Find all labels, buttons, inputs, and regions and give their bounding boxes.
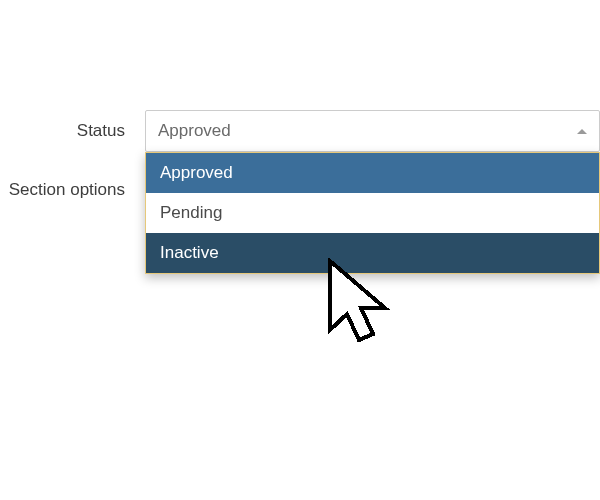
caret-up-icon <box>577 129 587 134</box>
status-dropdown-menu: Approved Pending Inactive <box>145 152 600 274</box>
status-select-control[interactable]: Approved <box>145 110 600 152</box>
status-option-inactive[interactable]: Inactive <box>146 233 599 273</box>
status-select-value: Approved <box>158 121 231 141</box>
status-option-pending[interactable]: Pending <box>146 193 599 233</box>
section-options-label: Section options <box>0 180 145 200</box>
status-row: Status Approved Approved Pending Inactiv… <box>0 110 600 152</box>
status-select: Approved Approved Pending Inactive <box>145 110 600 152</box>
status-option-approved[interactable]: Approved <box>146 153 599 193</box>
status-label: Status <box>0 121 145 141</box>
form-area: Status Approved Approved Pending Inactiv… <box>0 110 600 228</box>
